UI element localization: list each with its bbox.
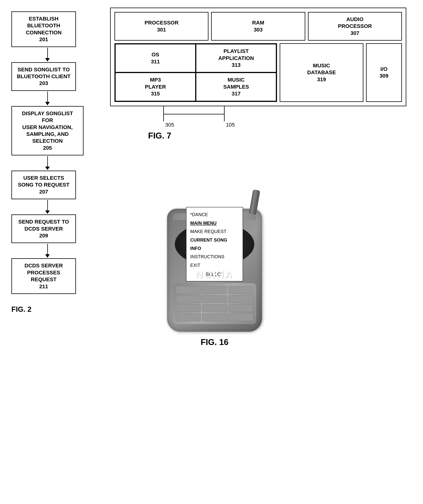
nokia-text: NOKIA bbox=[173, 269, 256, 280]
fig7-ram: RAM303 bbox=[211, 12, 305, 41]
flow-box-209: SEND REQUEST TODCDS SERVER209 bbox=[11, 214, 76, 243]
screen-current-song: CURRENT SONG INFO bbox=[190, 236, 239, 253]
flow-text-201: ESTABLISH BLUETOOTH CONNECTION 201 bbox=[26, 16, 61, 42]
fig2-label: FIG. 2 bbox=[11, 305, 84, 313]
playlist-text: PLAYLISTAPPLICATION313 bbox=[218, 48, 254, 68]
fig7-connectors: 305 105 bbox=[129, 106, 406, 129]
music-samples-text: MUSICSAMPLES317 bbox=[223, 77, 249, 97]
flow-arrow-4 bbox=[11, 199, 84, 214]
fig7-mp3: MP3PLAYER315 bbox=[115, 72, 196, 101]
flow-text-211: DCDS SERVERPROCESSESREQUEST211 bbox=[24, 263, 63, 289]
key-5 bbox=[202, 295, 227, 303]
fig7-audio: AUDIOPROCESSOR307 bbox=[308, 12, 402, 41]
flow-text-205: DISPLAY SONGLIST FORUSER NAVIGATION,SAMP… bbox=[22, 110, 73, 151]
io-text: I/O309 bbox=[380, 66, 388, 79]
mp3-text: MP3PLAYER315 bbox=[145, 77, 166, 97]
line-105-h bbox=[163, 114, 224, 114]
key-7 bbox=[176, 304, 201, 312]
processor-text: PROCESSOR301 bbox=[145, 19, 178, 33]
fig7-inner-group: OS311 PLAYLISTAPPLICATION313 MP3PLAYER31… bbox=[115, 43, 277, 102]
fig7-label: FIG. 7 bbox=[148, 131, 406, 140]
ref-305: 305 bbox=[165, 122, 174, 128]
key-1 bbox=[176, 286, 201, 294]
key-9 bbox=[228, 304, 253, 312]
screen-main-menu: MAIN MENU bbox=[190, 219, 239, 227]
flow-arrow-5 bbox=[11, 243, 84, 258]
screen-exit: EXIT bbox=[190, 261, 239, 270]
phone-wrapper: *DANCE MAIN MENU MAKE REQUEST CURRENT SO… bbox=[167, 209, 262, 332]
fig7-processor: PROCESSOR301 bbox=[115, 12, 208, 41]
nokia-brand-oval: *DANCE MAIN MENU MAKE REQUEST CURRENT SO… bbox=[175, 222, 254, 266]
keypad-area bbox=[173, 283, 256, 324]
fig7-os: OS311 bbox=[115, 44, 196, 72]
fig7-io: I/O309 bbox=[366, 43, 402, 102]
fig7-row2: OS311 PLAYLISTAPPLICATION313 MP3PLAYER31… bbox=[115, 43, 402, 102]
screen-make-request: MAKE REQUEST bbox=[190, 227, 239, 236]
fig16-container: *DANCE MAIN MENU MAKE REQUEST CURRENT SO… bbox=[129, 209, 300, 347]
fig7-outer: PROCESSOR301 RAM303 AUDIOPROCESSOR307 OS… bbox=[110, 8, 406, 106]
ref-105: 105 bbox=[226, 122, 235, 128]
screen-dance: *DANCE bbox=[190, 210, 239, 219]
key-star bbox=[176, 313, 201, 321]
page: ESTABLISH BLUETOOTH CONNECTION 201 SEND … bbox=[0, 0, 423, 504]
flow-text-209: SEND REQUEST TODCDS SERVER209 bbox=[18, 219, 69, 239]
flow-box-201: ESTABLISH BLUETOOTH CONNECTION 201 bbox=[11, 11, 76, 47]
key-0 bbox=[202, 313, 227, 321]
key-hash bbox=[228, 313, 253, 321]
flow-arrow-1 bbox=[11, 47, 84, 62]
flow-arrow-3 bbox=[11, 156, 84, 171]
screen-instructions: INSTRUCTIONS bbox=[190, 252, 239, 261]
flow-box-207: USER SELECTSSONG TO REQUEST207 bbox=[11, 171, 76, 199]
key-6 bbox=[228, 295, 253, 303]
phone-body: *DANCE MAIN MENU MAKE REQUEST CURRENT SO… bbox=[167, 209, 262, 332]
ram-text: RAM303 bbox=[252, 19, 264, 33]
key-3 bbox=[228, 286, 253, 294]
flow-box-203: SEND SONGLIST TOBLUETOOTH CLIENT203 bbox=[11, 62, 76, 91]
fig7-row1: PROCESSOR301 RAM303 AUDIOPROCESSOR307 bbox=[115, 12, 402, 41]
fig7-music-db: MUSICDATABASE319 bbox=[280, 43, 363, 102]
key-8 bbox=[202, 304, 227, 312]
flow-box-211: DCDS SERVERPROCESSESREQUEST211 bbox=[11, 258, 76, 294]
key-4 bbox=[176, 295, 201, 303]
fig16-label: FIG. 16 bbox=[129, 337, 300, 347]
flow-box-205: DISPLAY SONGLIST FORUSER NAVIGATION,SAMP… bbox=[11, 106, 84, 156]
line-105-v bbox=[224, 106, 225, 121]
flow-text-203: SEND SONGLIST TOBLUETOOTH CLIENT203 bbox=[17, 67, 71, 86]
fig7-music-samples: MUSICSAMPLES317 bbox=[196, 72, 276, 101]
fig7-playlist: PLAYLISTAPPLICATION313 bbox=[196, 44, 276, 72]
flow-text-207: USER SELECTSSONG TO REQUEST207 bbox=[18, 175, 69, 195]
fig7-container: PROCESSOR301 RAM303 AUDIOPROCESSOR307 OS… bbox=[110, 8, 406, 140]
key-2 bbox=[202, 286, 227, 294]
audio-text: AUDIOPROCESSOR307 bbox=[338, 16, 372, 37]
music-db-text: MUSICDATABASE319 bbox=[307, 62, 336, 83]
fig2-container: ESTABLISH BLUETOOTH CONNECTION 201 SEND … bbox=[11, 11, 84, 313]
flow-arrow-2 bbox=[11, 91, 84, 106]
os-text: OS311 bbox=[151, 51, 160, 65]
